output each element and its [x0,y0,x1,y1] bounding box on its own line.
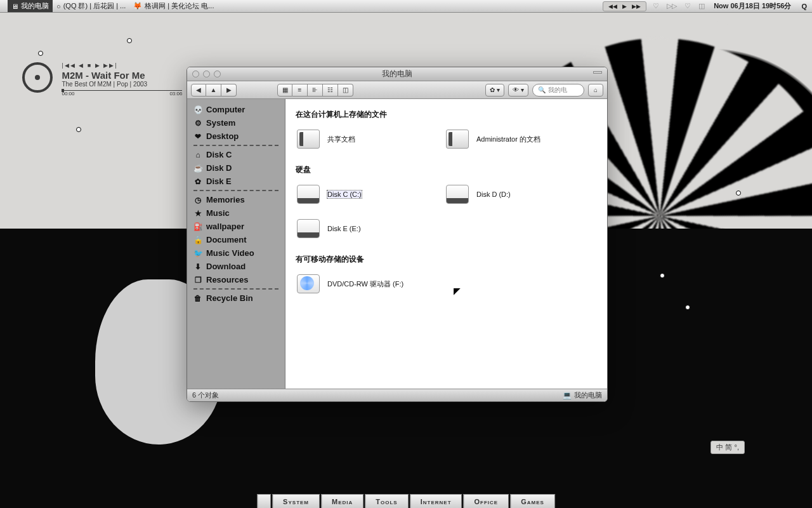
dock-button-internet[interactable]: Internet [410,494,462,508]
sidebar-item-disk-e[interactable]: ✿Disk E [190,175,282,188]
sidebar-icon: ✿ [193,177,202,186]
sidebar-item-label: Music [206,208,230,218]
list-view-button[interactable]: ≡ [292,84,308,97]
sidebar-icon: ⛽ [193,222,202,231]
sidebar-item-label: Disk E [206,177,232,186]
apple-menu[interactable] [0,0,8,12]
collapse-button[interactable] [593,71,602,74]
sidebar-separator [193,145,278,146]
drive-icon [445,182,470,207]
section-header: 在这台计算机上存储的文件 [296,109,597,120]
view-buttons: ▦ ≡ ⊪ ☷ ◫ [277,84,353,97]
up-button[interactable]: ▲ [206,84,221,97]
sidebar-icon: ☕ [193,164,202,173]
dock-button-media[interactable]: Media [321,494,363,508]
sidebar-item-label: Desktop [206,131,239,141]
dock-apple-button[interactable] [257,494,271,508]
detail-view-button[interactable]: ☷ [323,84,338,97]
taskbar-item-label: 格调网 | 美化论坛 电... [145,1,214,11]
progress-bar[interactable] [62,90,182,91]
sidebar-item-label: Disk D [206,163,232,173]
dock-button-games[interactable]: Games [510,494,555,508]
file-item[interactable]: Administrator 的文档 [445,126,594,152]
spotlight-icon[interactable]: Q [801,3,807,10]
sidebar-separator [193,190,278,191]
sidebar-separator [193,288,278,290]
section-header: 硬盘 [296,164,597,175]
action-button[interactable]: ✿ ▾ [485,84,504,97]
folder-icon [445,126,470,152]
sidebar-item-download[interactable]: ⬇Download [190,260,282,273]
taskbar-item-label: 我的电脑 [21,1,49,11]
track-title: M2M - Wait For Me [62,70,182,81]
media-controls[interactable]: ◀◀ ▶ ▶▶ [603,1,646,11]
heart-icon[interactable]: ♡ [653,2,659,10]
sidebar: 💀Computer⚙System❤Desktop⌂Disk C☕Disk D✿D… [187,99,285,389]
column-view-button[interactable]: ⊪ [308,84,323,97]
sidebar-item-wallpaper[interactable]: ⛽wallpaper [190,220,282,233]
sidebar-item-recycle-bin[interactable]: 🗑Recycle Bin [190,291,282,305]
dock-button-office[interactable]: Office [464,494,509,508]
section-row: 共享文档Administrator 的文档 [296,126,597,161]
file-item-label: Disk E (E:) [327,225,361,232]
sidebar-item-music[interactable]: ★Music [190,206,282,220]
heart-icon-2[interactable]: ♡ [684,2,691,10]
status-left: 6 个对象 [192,391,219,400]
file-item[interactable]: Disk E (E:) [296,216,445,241]
shield-icon[interactable]: ◫ [698,2,705,10]
quicklook-button[interactable]: 👁 ▾ [508,84,528,97]
search-input[interactable]: 🔍我的电 [532,84,584,97]
taskbar-item[interactable]: 🦊格调网 | 美化论坛 电... [129,0,218,12]
file-item[interactable]: Disk D (D:) [445,182,594,207]
home-button[interactable]: ⌂ [588,84,603,97]
coverflow-view-button[interactable]: ◫ [338,84,353,97]
music-controls[interactable]: |◀◀ ◀ ■ ▶ ▶▶| [62,62,182,69]
drive-icon [296,216,321,241]
music-widget: |◀◀ ◀ ■ ▶ ▶▶| M2M - Wait For Me The Best… [22,62,193,97]
forward-icon[interactable]: ▷▷ [667,2,677,10]
sidebar-item-system[interactable]: ⚙System [190,116,282,130]
sidebar-item-document[interactable]: 🔒Document [190,233,282,246]
sidebar-item-label: Memories [206,195,245,204]
dock: SystemMediaToolsInternetOfficeGames [256,494,556,508]
dock-button-tools[interactable]: Tools [365,494,408,508]
taskbar-item[interactable]: 🖥我的电脑 [8,0,53,12]
file-item[interactable]: Disk C (C:) [296,182,445,207]
firefox-icon: 🦊 [133,2,142,10]
sidebar-icon: ⬇ [193,262,202,271]
statusbar: 6 个对象 💻我的电脑 [187,389,607,401]
sidebar-item-memories[interactable]: ◷Memories [190,193,282,206]
finder-window: 我的电脑 ◀ ▲ ▶ ▦ ≡ ⊪ ☷ ◫ ✿ ▾ 👁 ▾ 🔍我的电 ⌂ 💀Com… [187,67,608,402]
file-item-label: 共享文档 [327,135,355,144]
folder-icon [296,126,321,152]
sidebar-item-label: Computer [206,105,245,114]
ime-indicator[interactable]: 中 简 °, [710,441,745,454]
content-area: 在这台计算机上存储的文件共享文档Administrator 的文档硬盘Disk … [285,99,607,389]
sidebar-item-desktop[interactable]: ❤Desktop [190,130,282,143]
toolbar: ◀ ▲ ▶ ▦ ≡ ⊪ ☷ ◫ ✿ ▾ 👁 ▾ 🔍我的电 ⌂ [187,81,607,99]
window-title: 我的电脑 [187,69,607,79]
section-row: Disk C (C:)Disk D (D:)Disk E (E:) [296,182,597,250]
clock: Now 06月18日 19时56分 [714,1,791,11]
next-icon[interactable]: ▶▶ [632,3,641,10]
sidebar-item-computer[interactable]: 💀Computer [190,103,282,116]
icon-view-button[interactable]: ▦ [277,84,292,97]
prev-icon[interactable]: ◀◀ [608,3,617,10]
computer-icon: 💻 [563,391,572,399]
file-item[interactable]: 共享文档 [296,126,445,152]
sidebar-item-resources[interactable]: ❒Resources [190,273,282,286]
drive-icon [296,182,321,207]
status-right: 我的电脑 [574,391,602,400]
taskbar-item[interactable]: ○(QQ 群) | 后花园 | ... [53,0,129,12]
sidebar-item-disk-c[interactable]: ⌂Disk C [190,148,282,161]
forward-button[interactable]: ▶ [221,84,237,97]
back-button[interactable]: ◀ [191,84,206,97]
track-subtitle: The Best Of M2M | Pop | 2003 [62,81,182,88]
dock-button-system[interactable]: System [272,494,320,508]
sidebar-item-disk-d[interactable]: ☕Disk D [190,161,282,175]
sidebar-item-music-video[interactable]: 🐦Music Video [190,246,282,260]
sidebar-item-label: Music Video [206,248,254,258]
titlebar[interactable]: 我的电脑 [187,67,607,81]
play-icon[interactable]: ▶ [622,3,627,10]
file-item[interactable]: DVD/CD-RW 驱动器 (F:) [296,271,445,297]
